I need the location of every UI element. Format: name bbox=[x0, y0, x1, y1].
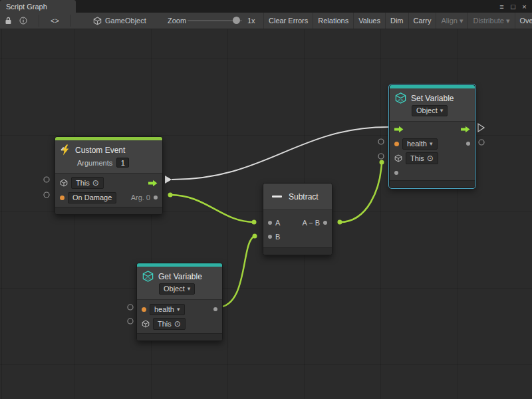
target-label: This bbox=[76, 180, 90, 187]
arg0-label: Arg. 0 bbox=[131, 194, 150, 201]
event-name-value: On Damage bbox=[72, 194, 112, 201]
object-picker-icon: ⊙ bbox=[174, 320, 181, 328]
gameobject-label: GameObject bbox=[105, 17, 146, 25]
flow-out-port[interactable] bbox=[148, 180, 158, 187]
info-icon[interactable] bbox=[19, 13, 27, 29]
dim-button[interactable]: Dim bbox=[385, 13, 408, 29]
node-title: Set Variable bbox=[411, 94, 454, 103]
event-name-port[interactable] bbox=[60, 196, 65, 200]
port-ring[interactable] bbox=[128, 305, 133, 310]
cube-icon bbox=[394, 154, 402, 162]
subtract-icon bbox=[272, 196, 282, 198]
value-out-port[interactable] bbox=[466, 142, 470, 146]
gameobject-field[interactable]: GameObject bbox=[93, 13, 146, 29]
overview-button[interactable]: Overview bbox=[515, 13, 532, 29]
flow-out-port[interactable] bbox=[461, 126, 470, 133]
carry-button[interactable]: Carry bbox=[408, 13, 436, 29]
subtract-header[interactable]: Subtract bbox=[263, 184, 332, 210]
node-footer bbox=[390, 180, 475, 188]
clear-errors-button[interactable]: Clear Errors bbox=[263, 13, 313, 29]
port-ring[interactable] bbox=[128, 319, 133, 324]
scope-value: Object bbox=[416, 107, 438, 114]
port-ring[interactable] bbox=[479, 140, 484, 145]
event-name-field[interactable]: On Damage bbox=[68, 192, 116, 203]
close-icon[interactable]: × bbox=[519, 3, 530, 11]
lock-icon[interactable] bbox=[5, 13, 12, 29]
graph-canvas[interactable]: Custom Event Arguments 1 This ⊙ bbox=[0, 29, 532, 399]
port-ring[interactable] bbox=[378, 139, 384, 144]
variable-scope-dropdown[interactable]: Object ▾ bbox=[159, 283, 195, 295]
input-a-port[interactable] bbox=[268, 221, 272, 225]
toolbar-separator bbox=[70, 15, 71, 27]
caret-down-icon: ▾ bbox=[177, 307, 180, 313]
target-object-field[interactable]: This ⊙ bbox=[406, 152, 438, 164]
arg0-out-port[interactable] bbox=[154, 196, 158, 200]
toolbar-separator bbox=[39, 15, 39, 27]
toolbar-buttons: Clear Errors Relations Values Dim Carry … bbox=[263, 13, 532, 29]
variable-name-dropdown[interactable]: health ▾ bbox=[150, 304, 185, 315]
object-picker-icon: ⊙ bbox=[92, 179, 99, 187]
svg-text:<>: <> bbox=[145, 276, 150, 281]
distribute-button: Distribute ▾ bbox=[467, 13, 514, 29]
relations-button[interactable]: Relations bbox=[313, 13, 353, 29]
value-in-port[interactable] bbox=[394, 171, 398, 175]
arguments-count-field[interactable]: 1 bbox=[116, 158, 129, 168]
value-out-port[interactable] bbox=[213, 307, 217, 311]
result-port[interactable] bbox=[323, 221, 327, 225]
node-subtract[interactable]: Subtract A A − B B bbox=[263, 183, 332, 255]
node-custom-event[interactable]: Custom Event Arguments 1 This ⊙ bbox=[55, 136, 163, 215]
target-object-field[interactable]: This ⊙ bbox=[153, 318, 186, 330]
node-get-variable[interactable]: <> Get Variable Object ▾ health ▾ bbox=[136, 263, 223, 341]
port-ring[interactable] bbox=[44, 177, 49, 182]
svg-text:<>: <> bbox=[398, 98, 403, 103]
caret-down-icon: ▾ bbox=[188, 286, 191, 292]
node-footer bbox=[137, 333, 222, 340]
cube-icon bbox=[60, 179, 68, 187]
object-picker-icon: ⊙ bbox=[427, 154, 434, 162]
variable-scope-dropdown[interactable]: Object ▾ bbox=[412, 105, 448, 116]
wire-subtract-to-setvariable bbox=[340, 162, 382, 222]
result-label: A − B bbox=[302, 219, 320, 227]
graph-toolbar: <> GameObject Zoom 1x Clear Errors Relat… bbox=[0, 13, 532, 29]
caret-down-icon: ▾ bbox=[440, 108, 444, 114]
zoom-value: 1x bbox=[247, 13, 255, 29]
port-ring[interactable] bbox=[378, 154, 384, 159]
tab-bar: Script Graph ≡ □ × bbox=[0, 0, 532, 13]
variable-name-port[interactable] bbox=[142, 307, 146, 312]
node-set-variable[interactable]: <> Set Variable Object ▾ bbox=[389, 84, 475, 188]
window-controls: ≡ □ × bbox=[496, 0, 530, 13]
menu-icon[interactable]: ≡ bbox=[496, 3, 507, 11]
tab-title: Script Graph bbox=[6, 3, 47, 11]
set-variable-header[interactable]: <> Set Variable Object ▾ bbox=[390, 88, 475, 122]
variable-name-dropdown[interactable]: health ▾ bbox=[402, 138, 438, 150]
wire-getvariable-to-subtract-b bbox=[217, 236, 255, 307]
port-ring[interactable] bbox=[44, 192, 49, 198]
align-button: Align ▾ bbox=[436, 13, 467, 29]
variable-name-port[interactable] bbox=[394, 142, 399, 146]
custom-event-icon bbox=[60, 144, 71, 156]
caret-down-icon: ▾ bbox=[430, 141, 433, 147]
variable-cube-icon: <> bbox=[394, 92, 407, 104]
maximize-icon[interactable]: □ bbox=[507, 3, 519, 11]
flow-wire-arrowhead bbox=[165, 176, 172, 184]
unity-visual-scripting-window: Script Graph ≡ □ × <> GameObject Zoom 1x… bbox=[0, 0, 532, 399]
custom-event-header[interactable]: Custom Event Arguments 1 bbox=[55, 140, 162, 174]
wire-arg0-to-subtract-a bbox=[170, 195, 254, 222]
zoom-slider-knob[interactable] bbox=[233, 17, 240, 24]
input-b-label: B bbox=[275, 233, 280, 241]
node-title: Subtract bbox=[289, 192, 319, 201]
get-variable-header[interactable]: <> Get Variable Object ▾ bbox=[137, 267, 222, 300]
unconnected-flow-out-marker[interactable] bbox=[478, 124, 484, 132]
target-label: This bbox=[158, 321, 172, 328]
arguments-label: Arguments bbox=[77, 159, 112, 167]
target-label: This bbox=[410, 155, 424, 162]
zoom-slider[interactable] bbox=[188, 13, 242, 29]
variable-name-value: health bbox=[154, 306, 174, 313]
values-button[interactable]: Values bbox=[353, 13, 385, 29]
code-icon[interactable]: <> bbox=[51, 13, 59, 29]
flow-in-port[interactable] bbox=[394, 126, 404, 133]
node-footer bbox=[55, 207, 162, 214]
target-object-field[interactable]: This ⊙ bbox=[71, 177, 104, 189]
input-b-port[interactable] bbox=[268, 235, 272, 239]
tab-script-graph[interactable]: Script Graph bbox=[0, 0, 76, 13]
